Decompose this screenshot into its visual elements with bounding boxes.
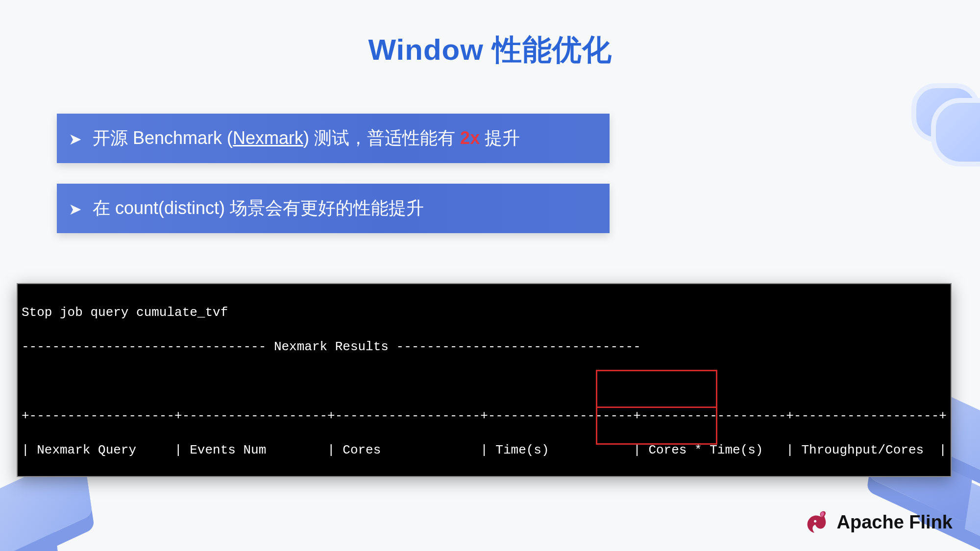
footer-brand-text: Apache Flink xyxy=(837,512,953,533)
bullet-1-text: 开源 Benchmark (Nexmark) 测试，普适性能有 2x 提升 xyxy=(93,126,520,150)
deco-cloud-right xyxy=(902,83,980,171)
terminal-sep: +-------------------+-------------------… xyxy=(22,476,947,477)
terminal-line: Stop job query cumulate_tvf xyxy=(22,304,947,321)
footer-logo: Apache Flink xyxy=(804,509,953,535)
bullet-1: 开源 Benchmark (Nexmark) 测试，普适性能有 2x 提升 xyxy=(57,114,610,163)
terminal-line: -------------------------------- Nexmark… xyxy=(22,338,947,356)
flink-squirrel-icon xyxy=(804,509,830,535)
slide-title: Window 性能优化 xyxy=(0,30,980,70)
bullet-arrow-icon xyxy=(69,198,84,219)
terminal-cols: | Nexmark Query | Events Num | Cores | T… xyxy=(22,442,947,459)
svg-point-0 xyxy=(814,520,816,523)
bullet-2: 在 count(distinct) 场景会有更好的性能提升 xyxy=(57,184,610,233)
terminal-output: Stop job query cumulate_tvf ------------… xyxy=(17,283,952,477)
terminal-line xyxy=(22,373,947,390)
bullet-arrow-icon xyxy=(69,128,84,149)
bullet-2-text: 在 count(distinct) 场景会有更好的性能提升 xyxy=(93,196,424,220)
nexmark-link[interactable]: Nexmark xyxy=(233,128,303,148)
terminal-sep: +-------------------+-------------------… xyxy=(22,407,947,425)
